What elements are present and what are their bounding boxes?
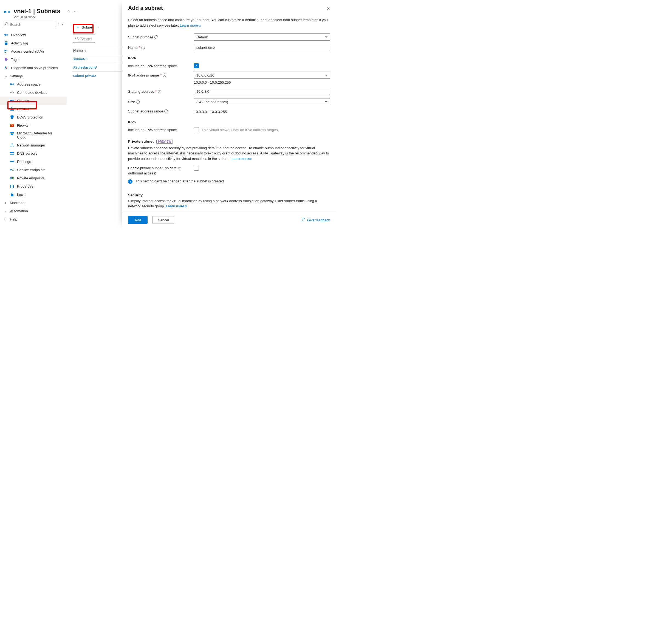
info-icon[interactable]: i	[163, 74, 166, 77]
add-button[interactable]: Add	[128, 216, 148, 224]
svg-line-45	[11, 170, 13, 171]
star-icon[interactable]: ☆	[67, 9, 70, 13]
svg-line-35	[12, 144, 13, 146]
network-manager-icon	[10, 143, 14, 147]
sidebar-item-overview[interactable]: Overview	[0, 31, 67, 39]
sidebar-item-connected-devices[interactable]: Connected devices	[0, 88, 67, 96]
sidebar-item-network-manager[interactable]: Network manager	[0, 141, 67, 149]
collapse-sidebar-icon[interactable]: «	[62, 23, 64, 26]
enable-private-checkbox[interactable]	[194, 166, 199, 171]
panel-intro: Select an address space and configure yo…	[128, 17, 330, 28]
panel-footer: Add Cancel Give feedback	[122, 212, 336, 229]
label-ipv4-range: IPv4 address range * i	[128, 73, 191, 77]
sidebar-item-tags[interactable]: Tags	[0, 55, 67, 64]
svg-line-44	[11, 169, 13, 170]
sidebar-item-address-space[interactable]: Address space	[0, 80, 67, 88]
subnet-search-input[interactable]	[80, 37, 93, 41]
ipv6-heading: IPv6	[128, 120, 330, 124]
sidebar-item-locks[interactable]: Locks	[0, 190, 67, 199]
svg-point-6	[4, 34, 6, 36]
subnets-icon	[10, 98, 14, 103]
sidebar-item-bastion[interactable]: Bastion	[0, 105, 67, 113]
expand-collapse-icon[interactable]: ⇅	[57, 23, 60, 26]
sidebar-item-private-endpoints[interactable]: Private endpoints	[0, 174, 67, 182]
info-icon[interactable]: i	[164, 110, 168, 113]
sidebar-item-dns[interactable]: DNS servers	[0, 149, 67, 158]
svg-point-47	[12, 177, 14, 179]
sidebar-item-peerings[interactable]: Peerings	[0, 158, 67, 166]
defender-icon	[10, 131, 14, 136]
sidebar-group-settings[interactable]: ⌄ Settings	[0, 72, 67, 80]
lock-icon	[10, 192, 14, 197]
svg-point-14	[12, 83, 14, 85]
sidebar-item-ddos[interactable]: DDoS protection	[0, 113, 67, 121]
include-ipv4-checkbox[interactable]	[194, 64, 199, 68]
info-icon[interactable]: i	[158, 90, 161, 93]
svg-point-30	[11, 133, 13, 134]
add-subnet-button[interactable]: ＋ Subnet	[73, 23, 96, 31]
svg-line-34	[11, 144, 12, 146]
sidebar-item-iam[interactable]: Access control (IAM)	[0, 47, 67, 55]
subnet-link[interactable]: subnet-1	[73, 57, 87, 61]
connected-devices-icon	[10, 90, 14, 95]
svg-rect-36	[10, 152, 14, 153]
label-starting-address: Starting address * i	[128, 89, 191, 93]
sidebar-item-properties[interactable]: Properties	[0, 182, 67, 190]
svg-rect-22	[10, 108, 14, 111]
svg-rect-25	[10, 124, 14, 127]
subnet-name-input[interactable]	[194, 44, 330, 51]
page-subtitle: Virtual network	[14, 15, 60, 19]
sidebar-item-diagnose[interactable]: Diagnose and solve problems	[0, 64, 67, 72]
subnet-purpose-select[interactable]: Default	[194, 34, 330, 41]
svg-rect-49	[12, 184, 12, 188]
column-name[interactable]: Name ↑↓	[73, 48, 86, 53]
info-icon[interactable]: i	[141, 46, 145, 49]
chevron-down-icon	[325, 101, 328, 102]
external-link-icon: ⧉	[249, 157, 252, 161]
info-icon[interactable]: i	[155, 35, 158, 39]
size-select[interactable]: /24 (256 addresses)	[194, 98, 330, 105]
close-button[interactable]: ✕	[326, 6, 330, 11]
cancel-button[interactable]: Cancel	[153, 216, 174, 224]
svg-point-15	[11, 92, 13, 93]
info-icon[interactable]: i	[136, 100, 140, 104]
sidebar-search[interactable]	[3, 21, 55, 28]
private-subnet-heading: Private subnet PREVIEW	[128, 139, 330, 144]
label-enable-private: Enable private subnet (no default outbou…	[128, 166, 191, 175]
svg-point-41	[10, 169, 12, 171]
ipv4-range-select[interactable]: 10.0.0.0/16	[194, 72, 330, 79]
svg-point-20	[10, 100, 12, 101]
svg-rect-37	[10, 154, 14, 155]
svg-point-13	[10, 83, 12, 85]
sidebar-group-monitoring[interactable]: › Monitoring	[0, 199, 67, 207]
sidebar-group-help[interactable]: › Help	[0, 215, 67, 223]
give-feedback-link[interactable]: Give feedback	[301, 218, 330, 222]
preview-badge: PREVIEW	[156, 139, 173, 144]
learn-more-link[interactable]: Learn more⧉	[231, 157, 252, 161]
sidebar: ⇅ « Overview Activity log Access control…	[0, 21, 67, 229]
sidebar-search-input[interactable]	[10, 23, 53, 27]
shield-icon	[10, 115, 14, 119]
learn-more-link[interactable]: Learn more⧉	[180, 23, 201, 28]
address-space-icon	[10, 82, 14, 86]
sidebar-item-defender[interactable]: Microsoft Defender for Cloud	[0, 129, 67, 141]
sidebar-item-service-endpoints[interactable]: Service endpoints	[0, 166, 67, 174]
svg-point-7	[6, 34, 8, 36]
learn-more-link[interactable]: Learn more⧉	[166, 204, 187, 208]
private-warning: i This setting can't be changed after th…	[128, 179, 330, 184]
starting-address-input[interactable]	[194, 88, 330, 95]
bastion-icon	[10, 107, 14, 111]
sidebar-group-automation[interactable]: › Automation	[0, 207, 67, 215]
search-icon	[75, 37, 79, 41]
info-icon: i	[128, 179, 132, 184]
subnet-search[interactable]	[73, 35, 95, 43]
sidebar-item-firewall[interactable]: Firewall	[0, 121, 67, 129]
svg-point-54	[302, 218, 303, 219]
subnet-link[interactable]: subnet-private	[73, 74, 96, 78]
sidebar-item-activity-log[interactable]: Activity log	[0, 39, 67, 47]
svg-point-12	[6, 50, 7, 51]
tags-icon	[4, 57, 8, 62]
sidebar-item-subnets[interactable]: Subnets	[0, 96, 67, 105]
subnet-link[interactable]: AzureBastionS	[73, 65, 97, 70]
more-icon[interactable]: ⋯	[74, 9, 78, 13]
